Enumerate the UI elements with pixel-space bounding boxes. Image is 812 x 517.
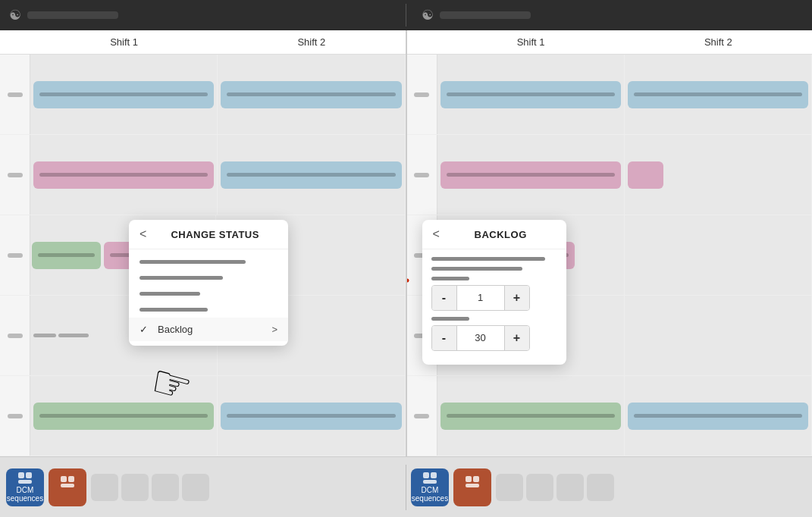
right-shift2-header: Shift 2	[625, 30, 812, 54]
popup-item-3[interactable]	[129, 286, 288, 302]
left-row-5	[0, 376, 406, 456]
bottom-right-small-btn-1[interactable]	[496, 474, 523, 501]
logo-left: ☯	[9, 7, 21, 24]
left-row-3-label	[0, 215, 30, 295]
bottom-right-small-btn-2[interactable]	[526, 474, 553, 501]
right-shift-headers: Shift 1 Shift 2	[407, 30, 813, 55]
panels-wrapper: Shift 1 Shift 2	[0, 30, 812, 456]
right-block-blue-2[interactable]	[628, 81, 808, 108]
btn2-icon-grid	[61, 476, 74, 487]
backlog-title: BACKLOG	[446, 229, 556, 240]
popup-item-arrow: >	[271, 324, 277, 335]
popup-back-button[interactable]: <	[140, 227, 146, 241]
popup-title: CHANGE STATUS	[152, 229, 277, 240]
right-icon-dot-6	[466, 484, 479, 487]
bottom-left-btn2[interactable]	[49, 468, 86, 506]
right-r2-c2	[625, 135, 812, 215]
right-r2-c1	[437, 135, 625, 215]
right-r5-c1	[437, 376, 625, 456]
right-block-pink-2[interactable]	[628, 161, 664, 189]
left-r5-c1	[30, 376, 218, 456]
app-title-left	[27, 11, 118, 19]
stepper-1-minus[interactable]: -	[432, 286, 456, 310]
block-green-1[interactable]	[32, 242, 101, 269]
short-line-1	[33, 334, 56, 337]
block-line-7	[39, 414, 208, 418]
bottom-right-panel: DCMsequences	[411, 468, 806, 506]
block-green-2[interactable]	[33, 403, 214, 430]
bottom-right-btn2[interactable]	[453, 468, 491, 506]
popup-item-line-3	[140, 292, 200, 296]
right-r4-c2	[625, 296, 812, 375]
left-row-2-cells	[30, 135, 406, 215]
backlog-line-3	[431, 277, 469, 280]
row-label-line-5	[8, 414, 23, 418]
right-block-green-2[interactable]	[440, 403, 621, 430]
block-line-2	[227, 92, 395, 96]
icon-dot-2	[26, 472, 32, 478]
block-pink-1[interactable]	[33, 161, 214, 189]
backlog-back-button[interactable]: <	[433, 227, 440, 241]
block-blue-4[interactable]	[221, 403, 401, 430]
top-bar: ☯ ☯	[0, 0, 812, 30]
right-r3-c2	[625, 215, 812, 295]
left-row-1	[0, 55, 406, 135]
popup-item-backlog[interactable]: ✓ Backlog >	[129, 318, 288, 341]
right-block-line-8	[634, 414, 802, 418]
bottom-left-btn1[interactable]: DCMsequences	[6, 468, 44, 506]
right-block-blue-4[interactable]	[628, 403, 808, 430]
bottom-right-btn1[interactable]: DCMsequences	[411, 468, 449, 506]
popup-item-line-2	[140, 276, 223, 280]
stepper-1-plus[interactable]: +	[505, 286, 529, 310]
bottom-right-btn1-label: DCMsequences	[412, 486, 448, 503]
bottom-left-btn1-label: DCMsequences	[7, 486, 43, 503]
stepper-2-plus[interactable]: +	[505, 326, 529, 350]
popup-item-4[interactable]	[129, 302, 288, 318]
bottom-right-small-btn-3[interactable]	[556, 474, 584, 501]
bottom-left-small-btn-4[interactable]	[182, 474, 209, 501]
block-blue-2[interactable]	[221, 81, 401, 108]
app-title-right	[440, 11, 531, 19]
left-r2-c2	[218, 135, 405, 215]
left-row-4-label	[0, 296, 30, 375]
stepper-2: - 30 +	[431, 325, 530, 351]
block-blue-1[interactable]	[33, 81, 214, 108]
left-row-2	[0, 135, 406, 215]
row-label-line-2	[8, 173, 23, 177]
right-btn1-icon-grid	[423, 472, 437, 484]
right-icon-dot-3	[423, 480, 437, 484]
right-block-blue-1[interactable]	[440, 81, 621, 108]
bottom-right-small-btn-4[interactable]	[587, 474, 614, 501]
backlog-line-2	[431, 267, 522, 271]
left-shift2-header: Shift 2	[218, 30, 405, 54]
right-row-5-label	[407, 376, 437, 456]
popup-item-1[interactable]	[129, 254, 288, 270]
right-r5-c2	[625, 376, 812, 456]
row-label-line	[8, 92, 23, 97]
bottom-left-small-btn-2[interactable]	[121, 474, 149, 501]
right-block-line-7	[447, 414, 615, 418]
right-block-line-1	[447, 92, 615, 96]
popup-item-2[interactable]	[129, 270, 288, 286]
right-icon-dot-2	[431, 472, 437, 478]
block-blue-3[interactable]	[221, 161, 401, 189]
stepper-2-minus[interactable]: -	[432, 326, 456, 350]
bottom-divider	[406, 465, 406, 510]
right-row-1-cells	[437, 55, 813, 134]
right-row-1	[407, 55, 813, 135]
top-bar-divider	[406, 4, 406, 27]
backlog-popup: < BACKLOG - 1 + - 30 +	[422, 220, 566, 365]
backlog-line-4	[431, 317, 469, 321]
stepper-2-value: 30	[456, 326, 505, 350]
left-shift1-header: Shift 1	[30, 30, 218, 54]
bottom-left-small-btn-3[interactable]	[152, 474, 179, 501]
right-icon-dot-4	[466, 476, 472, 482]
left-row-5-label	[0, 376, 30, 456]
bottom-left-small-btn-1[interactable]	[91, 474, 118, 501]
icon-dot-3	[18, 480, 32, 484]
popup-item-line-1	[140, 260, 246, 264]
icon-dot-5	[68, 476, 74, 482]
icon-dot-1	[18, 472, 24, 478]
block-line-8	[227, 414, 395, 418]
right-block-pink-1[interactable]	[440, 161, 621, 189]
